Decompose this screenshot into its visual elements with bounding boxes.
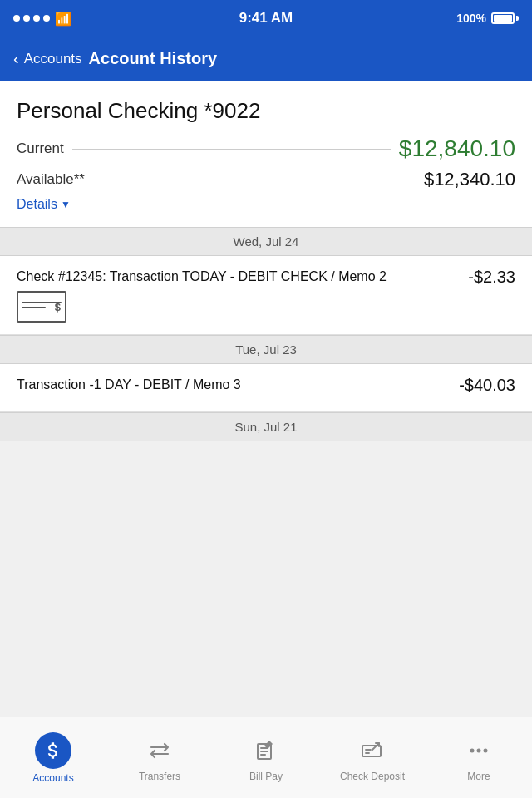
available-balance-row: Available** $12,340.10 (17, 169, 515, 190)
svg-rect-1 (362, 746, 381, 756)
transaction-amount: -$40.03 (459, 376, 515, 395)
svg-point-2 (470, 748, 475, 752)
tab-accounts[interactable]: Accounts (0, 717, 106, 798)
date-header-tue: Tue, Jul 23 (0, 335, 532, 364)
divider-2 (93, 180, 416, 180)
tab-transfers[interactable]: Transfers (106, 717, 213, 798)
transactions-list: Wed, Jul 24 Check #12345: Transaction TO… (0, 227, 532, 441)
tab-more[interactable]: More (426, 717, 532, 798)
billpay-icon (254, 739, 278, 762)
transfers-icon-container (143, 734, 176, 767)
dot-4 (43, 15, 50, 22)
checkdeposit-icon (361, 739, 384, 762)
tab-transfers-label: Transfers (139, 771, 180, 782)
accounts-icon-bg (35, 732, 71, 769)
dollar-icon (42, 740, 64, 761)
table-row[interactable]: Check #12345: Transaction TODAY - DEBIT … (0, 256, 532, 335)
tab-checkdeposit[interactable]: Check Deposit (319, 717, 426, 798)
more-icon (467, 739, 490, 762)
status-left: 📶 (13, 11, 71, 27)
transfers-icon (148, 739, 171, 762)
tab-accounts-label: Accounts (32, 772, 73, 784)
checkdeposit-icon-container (356, 734, 389, 767)
available-balance-amount: $12,340.10 (424, 169, 515, 190)
tab-bar: Accounts Transfers Bill Pay (0, 717, 532, 798)
transaction-description: Transaction -1 DAY - DEBIT / Memo 3 (17, 376, 451, 394)
tab-more-label: More (467, 771, 490, 782)
page-title: Account History (89, 49, 217, 68)
dot-1 (13, 15, 20, 22)
transaction-left: Check #12345: Transaction TODAY - DEBIT … (17, 268, 460, 323)
back-label: Accounts (24, 51, 82, 67)
details-label: Details (17, 197, 57, 212)
details-arrow-icon: ▼ (61, 199, 71, 210)
dot-2 (23, 15, 30, 22)
wifi-icon: 📶 (55, 11, 71, 27)
date-header-wed: Wed, Jul 24 (0, 227, 532, 256)
available-label: Available** (17, 171, 85, 188)
account-name: Personal Checking *9022 (17, 98, 515, 124)
status-bar: 📶 9:41 AM 100% (0, 0, 532, 37)
billpay-icon-container (249, 734, 283, 767)
tab-checkdeposit-label: Check Deposit (340, 771, 405, 782)
details-link[interactable]: Details ▼ (17, 197, 515, 212)
account-summary: Personal Checking *9022 Current $12,840.… (0, 81, 532, 227)
battery-icon (491, 12, 519, 24)
status-time: 9:41 AM (239, 10, 293, 27)
date-header-sun: Sun, Jul 21 (0, 412, 532, 441)
tab-billpay-label: Bill Pay (249, 771, 283, 782)
check-line-2 (22, 307, 46, 308)
back-chevron-icon: ‹ (13, 49, 19, 68)
dot-3 (33, 15, 40, 22)
status-right: 100% (456, 12, 519, 25)
tab-billpay[interactable]: Bill Pay (213, 717, 319, 798)
current-balance-amount: $12,840.10 (399, 135, 515, 162)
current-label: Current (17, 140, 64, 157)
transaction-amount: -$2.33 (468, 268, 515, 287)
check-image-icon: $ (17, 291, 66, 323)
table-row[interactable]: Transaction -1 DAY - DEBIT / Memo 3 -$40… (0, 364, 532, 411)
more-icon-container (462, 734, 495, 767)
content-area: Personal Checking *9022 Current $12,840.… (0, 81, 532, 717)
battery-percent: 100% (456, 12, 486, 25)
transaction-description: Check #12345: Transaction TODAY - DEBIT … (17, 268, 460, 286)
signal-dots (13, 15, 50, 22)
back-button[interactable]: ‹ Accounts (13, 49, 82, 68)
nav-bar: ‹ Accounts Account History (0, 37, 532, 81)
svg-point-4 (484, 748, 488, 752)
check-dollar-icon: $ (55, 301, 61, 313)
current-balance-row: Current $12,840.10 (17, 135, 515, 162)
transaction-left: Transaction -1 DAY - DEBIT / Memo 3 (17, 376, 451, 399)
divider (72, 149, 391, 150)
svg-point-3 (477, 748, 481, 752)
